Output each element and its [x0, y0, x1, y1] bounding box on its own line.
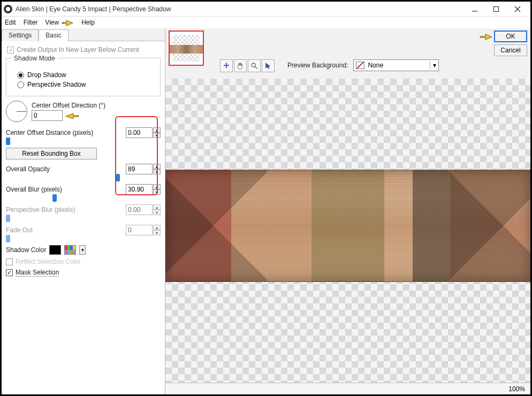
overall-blur-slider[interactable] [6, 195, 161, 201]
overall-opacity-input[interactable]: 89 [126, 164, 153, 174]
reflect-selection-checkbox [6, 258, 13, 265]
perspective-blur-input: 0.00 [126, 204, 153, 215]
create-output-checkbox-row: ✓ Create Output In New Layer Below Curre… [7, 46, 161, 54]
reset-bounding-box-button[interactable]: Reset Bounding Box [6, 148, 97, 159]
create-output-checkbox[interactable]: ✓ [7, 47, 14, 54]
move-tool[interactable] [220, 59, 233, 72]
tab-settings[interactable]: Settings [2, 29, 39, 41]
right-panel: Preview Background: None ▾ OK Cancel [165, 28, 530, 394]
reflect-selection-label: Reflect Selection Color [16, 258, 81, 265]
perspective-blur-row: Perspective Blur (pixels) 0.00 ▲▼ [6, 204, 161, 215]
overall-blur-spinner[interactable]: ▲▼ [153, 184, 161, 195]
center-offset-direction-block: Center Offset Direction (°) 0 [6, 101, 161, 122]
overall-opacity-spinner[interactable]: ▲▼ [153, 164, 161, 174]
mask-selection-checkbox[interactable]: ✓ [6, 269, 13, 276]
menu-help[interactable]: Help [81, 19, 95, 26]
mask-selection-label: Mask Selection [16, 269, 59, 277]
overall-opacity-slider[interactable] [6, 174, 161, 181]
shadow-color-row: Shadow Color ▼ [6, 245, 161, 255]
fade-out-label: Fade Out [6, 226, 119, 234]
fade-out-spinner: ▲▼ [153, 225, 161, 235]
radio-drop-shadow-label: Drop Shadow [27, 71, 66, 79]
fade-out-row: Fade Out 0 ▲▼ [6, 225, 161, 235]
svg-rect-1 [494, 6, 499, 11]
shadow-mode-legend: Shadow Mode [12, 55, 57, 62]
maximize-button[interactable] [485, 3, 507, 16]
none-swatch-icon [356, 62, 364, 69]
shadow-mode-group: Shadow Mode Drop Shadow Perspective Shad… [6, 58, 161, 96]
perspective-blur-slider [6, 215, 161, 222]
preview-image [165, 170, 530, 282]
direction-dial[interactable] [6, 101, 27, 122]
menu-view[interactable]: View [45, 19, 59, 26]
center-offset-direction-label: Center Offset Direction (°) [32, 102, 105, 109]
perspective-blur-label: Perspective Blur (pixels) [6, 206, 119, 214]
titlebar: Alien Skin | Eye Candy 5 Impact | Perspe… [2, 2, 530, 17]
radio-drop-shadow-row[interactable]: Drop Shadow [17, 71, 155, 79]
cancel-button[interactable]: Cancel [494, 44, 527, 56]
perspective-blur-spinner: ▲▼ [153, 204, 161, 215]
overall-opacity-row: Overall Opacity 89 ▲▼ [6, 164, 161, 174]
center-offset-distance-slider[interactable] [6, 138, 161, 144]
overall-blur-row: Overall Blur (pixels) 30.90 ▲▼ [6, 184, 161, 195]
zoom-tool[interactable] [248, 59, 261, 72]
menubar: Edit Filter View Help [2, 17, 530, 28]
fade-out-slider [6, 235, 161, 242]
selection-marquee [267, 170, 268, 281]
svg-line-6 [255, 67, 257, 69]
fade-out-input: 0 [126, 225, 153, 235]
pointer-icon [479, 32, 493, 41]
left-panel: Settings Basic ✓ Create Output In New La… [2, 28, 165, 394]
chevron-down-icon: ▾ [430, 62, 438, 69]
preview-canvas[interactable] [165, 79, 530, 383]
thumbnail-preview[interactable] [169, 31, 204, 66]
menu-filter[interactable]: Filter [24, 19, 38, 26]
svg-point-4 [63, 22, 64, 24]
menu-edit[interactable]: Edit [5, 19, 16, 26]
ok-button[interactable]: OK [494, 31, 527, 42]
app-window: Alien Skin | Eye Candy 5 Impact | Perspe… [0, 0, 532, 396]
minimize-button[interactable] [464, 3, 485, 16]
preview-background-label: Preview Background: [287, 62, 348, 69]
radio-perspective-shadow-label: Perspective Shadow [27, 81, 86, 88]
radio-drop-shadow[interactable] [17, 72, 24, 79]
basic-tab-content: ✓ Create Output In New Layer Below Curre… [2, 41, 165, 394]
create-output-label: Create Output In New Layer Below Current [17, 46, 139, 54]
center-offset-distance-spinner[interactable]: ▲▼ [153, 127, 161, 138]
shadow-color-label: Shadow Color [6, 246, 46, 254]
palette-dropdown[interactable]: ▼ [79, 245, 86, 255]
overall-opacity-label: Overall Opacity [6, 165, 119, 173]
dialog-buttons: OK Cancel [479, 31, 527, 56]
radio-perspective-shadow[interactable] [17, 81, 24, 88]
preview-background-select[interactable]: None ▾ [353, 59, 439, 71]
reflect-selection-row: Reflect Selection Color [6, 258, 161, 265]
mask-selection-row[interactable]: ✓ Mask Selection [6, 269, 161, 277]
overall-blur-input[interactable]: 30.90 [126, 184, 153, 195]
tab-basic[interactable]: Basic [39, 29, 68, 41]
window-title: Alien Skin | Eye Candy 5 Impact | Perspe… [16, 5, 464, 13]
preview-background-value: None [367, 62, 430, 69]
center-offset-direction-input[interactable]: 0 [32, 110, 63, 121]
close-button[interactable] [507, 3, 528, 16]
left-tabs: Settings Basic [2, 28, 165, 41]
app-icon [4, 5, 12, 13]
preview-toolbar [220, 59, 275, 72]
palette-icon[interactable] [64, 245, 76, 255]
overall-blur-label: Overall Blur (pixels) [6, 186, 119, 193]
center-offset-distance-label: Center Offset Distance (pixels) [6, 129, 119, 136]
pointer-tool[interactable] [262, 59, 275, 72]
svg-point-5 [252, 63, 255, 67]
center-offset-distance-row: Center Offset Distance (pixels) 0.00 ▲▼ [6, 127, 161, 138]
shadow-color-swatch[interactable] [49, 245, 61, 255]
pointer-icon [64, 111, 80, 120]
pointer-icon [61, 18, 74, 27]
radio-perspective-shadow-row[interactable]: Perspective Shadow [17, 81, 155, 88]
hand-tool[interactable] [234, 59, 247, 72]
center-offset-distance-input[interactable]: 0.00 [126, 127, 153, 138]
status-bar: 100% [165, 383, 530, 394]
zoom-level: 100% [508, 385, 525, 393]
preview-toolbar-area: Preview Background: None ▾ OK Cancel [165, 28, 530, 79]
